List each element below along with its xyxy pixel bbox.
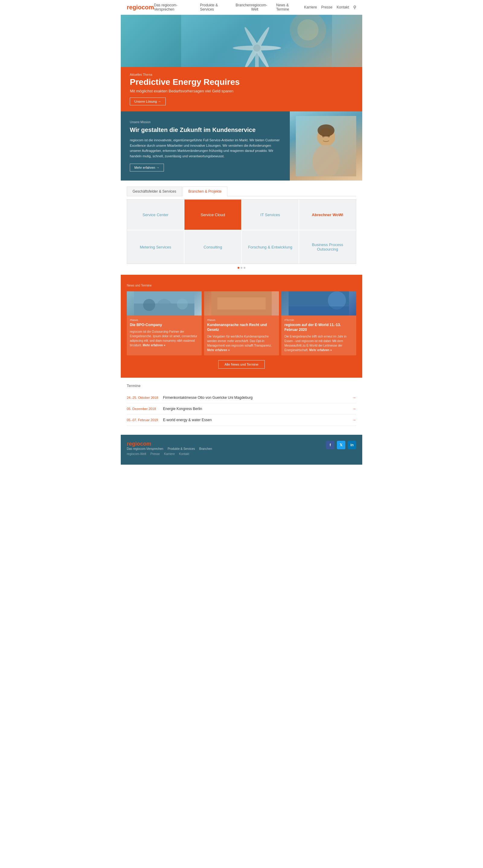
- termine-arrow-3: →: [352, 417, 356, 423]
- termine-name-2: Energie Kongress Berlin: [163, 407, 352, 411]
- mission-image: [290, 112, 362, 181]
- logo[interactable]: regiocom: [127, 4, 154, 11]
- termine-arrow-2: →: [352, 406, 356, 411]
- mission-title: Wir gestalten die Zukunft im Kundenservi…: [130, 126, 281, 133]
- nav-item-news[interactable]: News & Termine: [276, 3, 300, 11]
- logo-accent: com: [141, 4, 154, 10]
- mission-photo: [290, 112, 362, 181]
- news-card-3-title: regiocom auf der E-World 11.-13. Februar…: [284, 323, 353, 332]
- footer-top: regiocom Das regiocom-Versprechen Produk…: [127, 441, 356, 456]
- termine-arrow-1: →: [352, 395, 356, 400]
- news-card-3-text: Die Energiebranche trifft sich erneut im…: [284, 334, 353, 352]
- termine-name-1: Firmenkontaktmesse Otto von Guericke Uni…: [163, 396, 352, 400]
- hero-cta-button[interactable]: Unsere Lösung →: [130, 97, 166, 105]
- nav-item-produkte[interactable]: Produkte & Services: [200, 3, 231, 11]
- news-card-3-image: [281, 291, 356, 315]
- termine-section: Termine 24.-25. Oktober 2018 Firmenkonta…: [121, 378, 362, 435]
- news-card-1[interactable]: #News Die BPO-Company regiocom ist die O…: [127, 291, 202, 355]
- service-item-metering[interactable]: Metering Services: [127, 230, 184, 264]
- footer-social: f 𝕏 in: [326, 441, 356, 449]
- news-card-2-tag: #News: [207, 318, 276, 321]
- tab-branchen[interactable]: Branchen & Projekte: [183, 187, 227, 196]
- mission-section: Unsere Mission Wir gestalten die Zukunft…: [121, 112, 362, 181]
- footer-nav-versprechen[interactable]: Das regiocom-Versprechen: [127, 447, 163, 451]
- footer-nav-kontakt[interactable]: Kontakt: [179, 452, 189, 456]
- service-item-forschung[interactable]: Forschung & Entwicklung: [242, 230, 298, 264]
- news-card-2-image: [204, 291, 279, 315]
- termine-date-2: 05. Dezember 2018: [127, 407, 163, 411]
- header: regiocom Das regiocom-Versprechen Produk…: [121, 0, 362, 15]
- termine-item-3[interactable]: 05.-07. Februar 2019 E-world energy & wa…: [127, 414, 356, 426]
- footer-logo: regiocom: [127, 441, 212, 447]
- news-card-1-tag: #News: [130, 318, 199, 321]
- svg-point-13: [318, 124, 334, 136]
- footer-nav-karriere[interactable]: Karriere: [164, 452, 175, 456]
- nav-item-branchen[interactable]: Branchen: [236, 3, 251, 11]
- news-cards: #News Die BPO-Company regiocom ist die O…: [127, 291, 356, 355]
- news-card-3-body: #Termin regiocom auf der E-World 11.-13.…: [281, 315, 356, 355]
- footer-nav-branchen[interactable]: Branchen: [199, 447, 212, 451]
- services-tabs: Geschäftsfelder & Services Branchen & Pr…: [127, 187, 356, 196]
- hero-section: Aktuelles Thema Predictive Energy Requir…: [121, 15, 362, 112]
- news-card-1-title: Die BPO-Company: [130, 323, 199, 328]
- all-news-button[interactable]: Alle News und Termine: [218, 360, 265, 369]
- dot-1: [237, 267, 239, 269]
- termine-name-3: E-world energy & water Essen: [163, 418, 352, 422]
- services-section: Geschäftsfelder & Services Branchen & Pr…: [121, 181, 362, 199]
- news-card-2[interactable]: #News Kundenansprache nach Recht und Ges…: [204, 291, 279, 355]
- mission-label: Unsere Mission: [130, 121, 281, 124]
- news-card-3-more[interactable]: Mehr erfahren »: [309, 348, 332, 352]
- nav-right: regiocom-Welt News & Termine Karriere Pr…: [251, 3, 356, 11]
- termine-date-1: 24.-25. Oktober 2018: [127, 396, 163, 399]
- nav-left: Das regiocom-Versprechen Produkte & Serv…: [154, 3, 251, 11]
- tab-geschaeftsfelder[interactable]: Geschäftsfelder & Services: [127, 187, 182, 196]
- hero-tag: Aktuelles Thema: [130, 73, 353, 76]
- svg-point-7: [297, 19, 319, 40]
- twitter-icon[interactable]: 𝕏: [337, 441, 345, 449]
- nav-item-kontakt[interactable]: Kontakt: [336, 5, 349, 9]
- news-card-1-more[interactable]: Mehr erfahren »: [143, 344, 165, 347]
- facebook-icon[interactable]: f: [326, 441, 334, 449]
- footer-nav-presse[interactable]: Presse: [150, 452, 160, 456]
- footer-nav-welt[interactable]: regiocom-Welt: [127, 452, 146, 456]
- nav-item-welt[interactable]: regiocom-Welt: [251, 3, 272, 11]
- service-item-service-cloud[interactable]: Service Cloud: [185, 199, 241, 230]
- service-item-consulting[interactable]: Consulting: [185, 230, 241, 264]
- news-card-2-text: Die Vorgaben für werbliche Kundenansprac…: [207, 334, 276, 352]
- news-card-1-text: regiocom ist die Outsourcing-Partner der…: [130, 330, 199, 347]
- termine-item-1[interactable]: 24.-25. Oktober 2018 Firmenkontaktmesse …: [127, 392, 356, 403]
- termine-title: Termine: [127, 384, 356, 388]
- svg-point-5: [253, 44, 260, 52]
- svg-rect-21: [217, 298, 266, 309]
- service-item-service-center[interactable]: Service Center: [127, 199, 184, 230]
- news-card-2-body: #News Kundenansprache nach Recht und Ges…: [204, 315, 279, 355]
- linkedin-icon[interactable]: in: [348, 441, 356, 449]
- hero-overlay: Aktuelles Thema Predictive Energy Requir…: [121, 67, 362, 112]
- mission-more-button[interactable]: Mehr erfahren →: [130, 164, 164, 172]
- services-grid: Service Center Service Cloud IT Services…: [127, 199, 356, 264]
- nav-item-karriere[interactable]: Karriere: [304, 5, 317, 9]
- footer-nav-1: Das regiocom-Versprechen Produkte & Serv…: [127, 447, 212, 451]
- service-item-bpo[interactable]: Business Process Outsourcing: [299, 230, 356, 264]
- nav-item-versprechen[interactable]: Das regiocom-Versprechen: [154, 3, 195, 11]
- nav-item-presse[interactable]: Presse: [321, 5, 332, 9]
- news-card-1-body: #News Die BPO-Company regiocom ist die O…: [127, 315, 202, 350]
- news-card-2-title: Kundenansprache nach Recht und Gesetz: [207, 323, 276, 332]
- footer-nav-produkte[interactable]: Produkte & Services: [167, 447, 195, 451]
- service-item-abrechner[interactable]: Abrechner WoWi: [299, 199, 356, 230]
- svg-point-10: [313, 145, 340, 176]
- dot-3: [244, 267, 246, 269]
- svg-rect-24: [289, 306, 349, 315]
- svg-point-16: [143, 299, 155, 311]
- hero-title: Predictive Energy Requires: [130, 78, 353, 87]
- news-card-3[interactable]: #Termin regiocom auf der E-World 11.-13.…: [281, 291, 356, 355]
- svg-point-18: [177, 299, 188, 309]
- termine-item-2[interactable]: 05. Dezember 2018 Energie Kongress Berli…: [127, 403, 356, 414]
- footer: regiocom Das regiocom-Versprechen Produk…: [121, 435, 362, 465]
- grid-indicator: [121, 264, 362, 272]
- service-item-it-services[interactable]: IT Services: [242, 199, 298, 230]
- search-icon[interactable]: ⚲: [353, 5, 356, 10]
- mission-text: Unsere Mission Wir gestalten die Zukunft…: [121, 112, 290, 181]
- news-card-2-more[interactable]: Mehr erfahren »: [207, 348, 230, 352]
- footer-nav-2: regiocom-Welt Presse Karriere Kontakt: [127, 452, 212, 456]
